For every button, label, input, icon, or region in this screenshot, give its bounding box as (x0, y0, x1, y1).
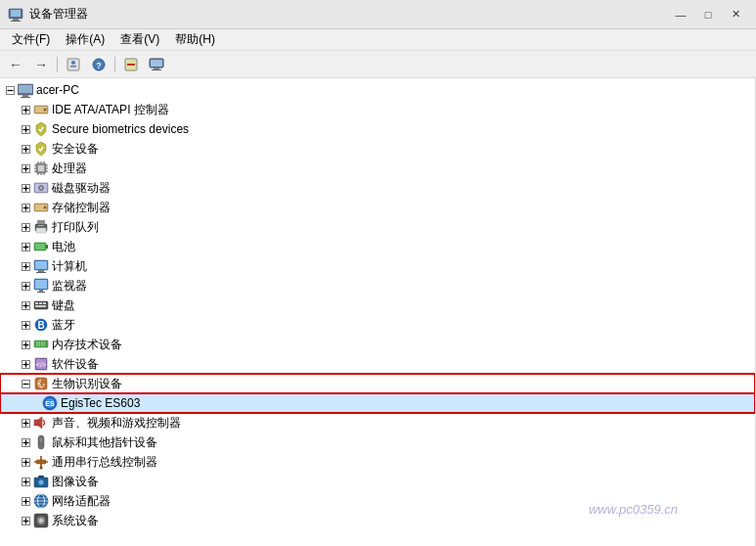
expand-btn-printer[interactable] (18, 219, 33, 235)
tree-item-bio-root[interactable]: 生物识别设备 (0, 374, 755, 393)
svg-rect-112 (44, 341, 46, 346)
svg-rect-20 (21, 97, 30, 98)
svg-point-162 (39, 519, 43, 523)
tree-item-network[interactable]: 网络适配器 (0, 491, 755, 511)
remove-button[interactable] (119, 54, 143, 75)
remove-icon (123, 57, 139, 72)
svg-rect-110 (39, 341, 41, 346)
forward-button[interactable]: → (29, 54, 53, 75)
expand-btn-egistec[interactable] (33, 395, 42, 411)
tree-item-memory[interactable]: 内存技术设备 (0, 335, 755, 354)
expand-btn-bio-root[interactable] (18, 376, 33, 391)
display-icon (149, 57, 164, 72)
expand-btn-processor[interactable] (18, 160, 33, 176)
help-button[interactable]: ? (87, 54, 111, 75)
svg-rect-138 (36, 460, 46, 464)
tree-item-software[interactable]: </>软件设备 (0, 354, 755, 374)
tree-item-battery[interactable]: 电池 (0, 237, 755, 256)
expand-btn-monitor[interactable] (18, 278, 33, 294)
item-icon-biometrics (33, 121, 49, 137)
svg-rect-99 (43, 305, 46, 307)
properties-button[interactable] (62, 54, 85, 75)
item-label-root: acer-PC (36, 83, 79, 97)
tree-item-system[interactable]: 系统设备 (0, 511, 755, 530)
svg-rect-148 (38, 476, 44, 478)
item-label-sound: 声音、视频和游戏控制器 (52, 415, 181, 432)
expand-btn-security[interactable] (18, 141, 33, 157)
expand-btn-mouse[interactable] (18, 434, 33, 450)
menu-item-1[interactable]: 操作(A) (58, 29, 112, 50)
item-label-egistec: EgisTec ES603 (61, 396, 140, 410)
tree-item-keyboard[interactable]: 键盘 (0, 296, 755, 315)
tree-item-computer[interactable]: 计算机 (0, 256, 755, 276)
expand-btn-computer[interactable] (18, 258, 33, 274)
toolbar: ← → ? (0, 51, 756, 78)
tree-item-root[interactable]: acer-PC (0, 80, 755, 100)
tree-item-security[interactable]: 安全设备 (0, 139, 755, 159)
item-icon-printer (33, 219, 49, 235)
tree-item-mouse[interactable]: 鼠标和其他指针设备 (0, 432, 755, 452)
tree-item-camera[interactable]: 图像设备 (0, 472, 755, 491)
display-button[interactable] (145, 54, 168, 75)
item-icon-computer (33, 258, 49, 274)
help-icon: ? (91, 57, 107, 72)
expand-btn-software[interactable] (18, 356, 33, 372)
expand-btn-system[interactable] (18, 513, 33, 528)
title-bar-controls: — □ ✕ (668, 4, 748, 25)
item-label-memory: 内存技术设备 (52, 337, 122, 353)
expand-btn-camera[interactable] (18, 474, 33, 489)
svg-rect-19 (22, 95, 28, 97)
svg-rect-98 (38, 305, 43, 307)
menu-item-3[interactable]: 帮助(H) (167, 29, 223, 50)
tree-item-disk[interactable]: 磁盘驱动器 (0, 178, 755, 198)
svg-rect-14 (152, 69, 161, 70)
expand-btn-disk[interactable] (18, 180, 33, 196)
expand-btn-biometrics[interactable] (18, 121, 33, 137)
expand-btn-sound[interactable] (18, 415, 33, 431)
tree-item-monitor[interactable]: 监视器 (0, 276, 755, 296)
expand-btn-storage[interactable] (18, 200, 33, 215)
menu-bar: 文件(F)操作(A)查看(V)帮助(H) (0, 29, 756, 51)
tree-item-ide[interactable]: IDE ATA/ATAPI 控制器 (0, 100, 755, 119)
expand-btn-memory[interactable] (18, 337, 33, 352)
maximize-button[interactable]: □ (695, 4, 721, 25)
close-button[interactable]: ✕ (723, 4, 748, 25)
minimize-button[interactable]: — (668, 4, 693, 25)
menu-item-2[interactable]: 查看(V) (112, 29, 167, 50)
item-icon-monitor (33, 278, 49, 294)
tree-item-bluetooth[interactable]: B蓝牙 (0, 315, 755, 335)
tree-item-storage[interactable]: 存储控制器 (0, 198, 755, 217)
expand-btn-usb[interactable] (18, 454, 33, 470)
item-label-ide: IDE ATA/ATAPI 控制器 (52, 102, 169, 118)
toolbar-separator-1 (57, 57, 58, 72)
tree-item-egistec[interactable]: ESEgisTec ES603 (0, 393, 755, 413)
item-icon-memory (33, 337, 49, 352)
item-label-keyboard: 键盘 (52, 297, 75, 314)
expand-btn-battery[interactable] (18, 239, 33, 254)
expand-btn-keyboard[interactable] (18, 297, 33, 313)
device-tree[interactable]: acer-PCIDE ATA/ATAPI 控制器Secure biometric… (0, 78, 756, 546)
item-label-camera: 图像设备 (52, 474, 99, 490)
tree-item-usb[interactable]: 通用串行总线控制器 (0, 452, 755, 472)
window-title: 设备管理器 (29, 6, 88, 23)
tree-item-biometrics[interactable]: Secure biometrics devices (0, 119, 755, 139)
item-label-security: 安全设备 (52, 141, 99, 158)
menu-item-0[interactable]: 文件(F) (4, 29, 58, 50)
svg-rect-89 (37, 292, 45, 293)
expand-btn-root[interactable] (2, 82, 18, 98)
item-icon-network (33, 493, 49, 509)
item-label-mouse: 鼠标和其他指针设备 (52, 434, 157, 451)
item-icon-bluetooth: B (33, 317, 49, 333)
tree-item-printer[interactable]: 打印队列 (0, 217, 755, 237)
item-icon-ide (33, 102, 49, 117)
back-button[interactable]: ← (4, 54, 27, 75)
expand-btn-network[interactable] (18, 493, 33, 509)
expand-btn-ide[interactable] (18, 102, 33, 117)
item-label-monitor: 监视器 (52, 278, 87, 295)
expand-btn-bluetooth[interactable] (18, 317, 33, 333)
tree-item-processor[interactable]: 处理器 (0, 159, 755, 178)
item-icon-battery (33, 239, 49, 254)
item-label-bio-root: 生物识别设备 (52, 376, 122, 392)
tree-item-sound[interactable]: 声音、视频和游戏控制器 (0, 413, 755, 432)
item-icon-security (33, 141, 49, 157)
